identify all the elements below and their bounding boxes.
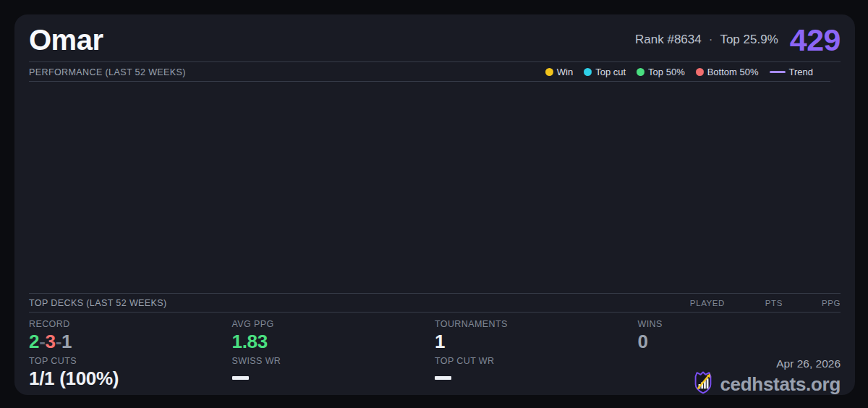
rank-separator: ·: [709, 33, 713, 47]
stat-label: SWISS WR: [232, 356, 435, 366]
top-50-dot-icon: [637, 68, 644, 76]
legend-item-bottom-50: Bottom 50%: [696, 67, 759, 77]
record-wins: 2: [29, 331, 39, 352]
legend-item-win: Win: [545, 67, 573, 77]
player-stats-card: Omar Rank #8634 · Top 25.9% 429 PERFORMA…: [14, 14, 855, 395]
top-decks-column-headers: PLAYED PTS PPG: [667, 299, 841, 307]
elo-score: 429: [790, 25, 841, 56]
card-header: Omar Rank #8634 · Top 25.9% 429: [29, 14, 841, 62]
record-value: 2-3-1: [29, 331, 232, 352]
record-losses: 3: [46, 331, 56, 352]
legend-label: Bottom 50%: [707, 67, 759, 77]
column-header-ppg: PPG: [783, 299, 841, 307]
stats-row-a: RECORD 2-3-1 AVG PPG 1.83 TOURNAMENTS 1 …: [29, 319, 841, 352]
legend-label: Top 50%: [648, 67, 685, 77]
cedhstats-shield-logo-icon: [692, 371, 714, 397]
top-cut-dot-icon: [584, 68, 592, 76]
legend-label: Top cut: [595, 67, 626, 77]
report-date: Apr 26, 2026: [776, 357, 841, 370]
player-name: Omar: [29, 25, 103, 54]
header-right: Rank #8634 · Top 25.9% 429: [635, 23, 841, 56]
chart-legend: Win Top cut Top 50% Bottom 50% Trend: [545, 67, 813, 77]
column-header-played: PLAYED: [667, 299, 725, 307]
avg-ppg-value: 1.83: [232, 331, 435, 352]
stat-label: AVG PPG: [232, 319, 435, 329]
brand-name: cedhstats.org: [720, 373, 841, 396]
column-header-pts: PTS: [725, 299, 783, 307]
stat-label: TOP CUTS: [29, 356, 232, 366]
stat-swiss-wr: SWISS WR: [232, 356, 435, 388]
top-cut-wr-value: [435, 376, 451, 380]
stat-label: RECORD: [29, 319, 232, 329]
bottom-50-dot-icon: [696, 68, 704, 76]
stat-top-cut-wr: TOP CUT WR: [435, 356, 638, 388]
legend-label: Trend: [789, 67, 813, 77]
record-separator: -: [39, 331, 45, 352]
rank-line: Rank #8634 · Top 25.9%: [635, 33, 778, 47]
performance-section-label: PERFORMANCE (LAST 52 WEEKS): [29, 67, 186, 77]
legend-item-trend: Trend: [770, 67, 813, 77]
stat-record: RECORD 2-3-1: [29, 319, 232, 352]
stat-avg-ppg: AVG PPG 1.83: [232, 319, 435, 352]
legend-item-top-cut: Top cut: [584, 67, 626, 77]
percentile-value: Top 25.9%: [720, 33, 778, 47]
rank-value: Rank #8634: [635, 33, 702, 47]
top-cuts-value: 1/1 (100%): [29, 368, 232, 388]
record-draws: 1: [61, 331, 72, 352]
brand-row[interactable]: cedhstats.org: [692, 371, 841, 397]
performance-header-row: PERFORMANCE (LAST 52 WEEKS) Win Top cut …: [29, 62, 841, 82]
top-decks-section-label: TOP DECKS (LAST 52 WEEKS): [29, 298, 167, 308]
stat-wins: WINS 0: [638, 319, 841, 352]
top-decks-header-row: TOP DECKS (LAST 52 WEEKS) PLAYED PTS PPG: [29, 293, 841, 313]
legend-label: Win: [557, 67, 573, 77]
swiss-wr-value: [232, 376, 249, 380]
player-stats-page: Omar Rank #8634 · Top 25.9% 429 PERFORMA…: [0, 0, 868, 408]
wins-value: 0: [638, 331, 841, 352]
stat-label: WINS: [638, 319, 841, 329]
stat-label: TOP CUT WR: [435, 356, 638, 366]
trend-line-icon: [770, 71, 786, 73]
win-dot-icon: [545, 68, 553, 76]
legend-item-top-50: Top 50%: [637, 67, 685, 77]
stat-tournaments: TOURNAMENTS 1: [435, 319, 638, 352]
record-separator: -: [56, 331, 61, 352]
performance-chart-area: [29, 82, 841, 293]
tournaments-value: 1: [435, 331, 638, 352]
stat-top-cuts: TOP CUTS 1/1 (100%): [29, 356, 232, 388]
stat-label: TOURNAMENTS: [435, 319, 638, 329]
